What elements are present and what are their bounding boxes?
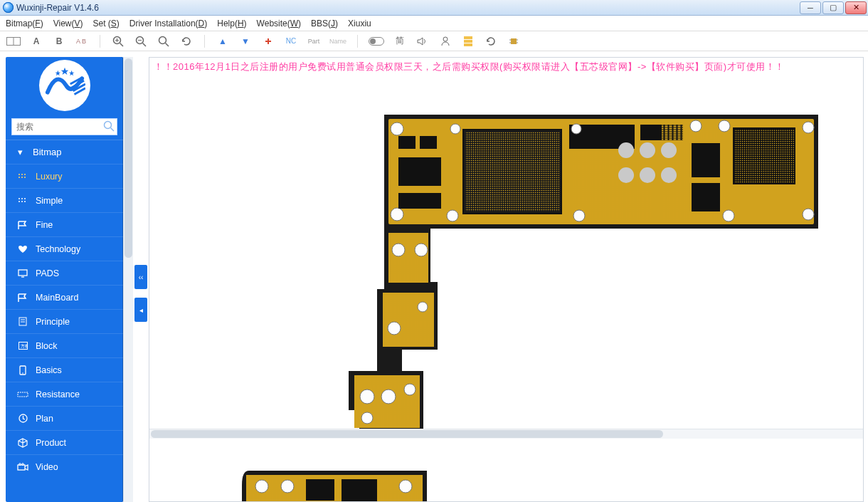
- label-part[interactable]: Part: [306, 33, 322, 49]
- svg-rect-18: [464, 43, 472, 46]
- svg-rect-16: [464, 36, 472, 39]
- toolbar-separator: [357, 35, 358, 48]
- dots-icon: [17, 173, 28, 180]
- sidebar-item-plan[interactable]: Plan: [6, 406, 123, 430]
- svg-rect-56: [18, 465, 25, 470]
- collapse-handle-icon[interactable]: ‹‹: [134, 265, 147, 289]
- canvas-viewport[interactable]: ！！2016年12月1日之后注册的用户免费试用普通会员权限三天，之后需购买权限(…: [149, 57, 864, 502]
- arrow-up-icon[interactable]: ▲: [215, 33, 231, 49]
- sidebar-item-label: Technology: [36, 244, 80, 254]
- sidebar-item-label: Video: [36, 462, 58, 472]
- heart-icon: [17, 245, 28, 253]
- sidebar-item-luxury[interactable]: Luxury: [6, 164, 123, 188]
- zoom-in-icon[interactable]: [110, 33, 126, 49]
- person-icon[interactable]: [438, 33, 453, 49]
- canvas-hscrollbar[interactable]: [149, 429, 863, 439]
- search-icon[interactable]: [103, 120, 115, 135]
- svg-point-14: [370, 38, 376, 44]
- scrollbar-thumb[interactable]: [125, 58, 132, 258]
- sidebar-item-basics[interactable]: Basics: [6, 357, 123, 382]
- menu-driver-installation[interactable]: Driver Installation(D): [129, 19, 207, 28]
- flag-icon: [17, 293, 28, 302]
- sidebar-item-mainboard[interactable]: MainBoard: [6, 285, 123, 309]
- sidebar-item-pads[interactable]: PADS: [6, 261, 123, 285]
- svg-point-9: [159, 36, 166, 43]
- svg-point-96: [447, 210, 458, 221]
- toggle-switch-icon[interactable]: [368, 33, 385, 49]
- zoom-fit-icon[interactable]: [156, 33, 171, 49]
- menu-website[interactable]: Website(W): [257, 19, 301, 28]
- sidebar-item-block[interactable]: 方框Block: [6, 333, 123, 357]
- minimize-button[interactable]: ─: [800, 1, 821, 14]
- menu-xiuxiu[interactable]: Xiuxiu: [348, 19, 371, 28]
- menu-bitmap[interactable]: Bitmap(F): [6, 19, 43, 28]
- maximize-button[interactable]: ▢: [822, 1, 844, 14]
- sidebar-item-principle[interactable]: Principle: [6, 309, 123, 333]
- label-nc[interactable]: NC: [283, 33, 299, 49]
- svg-rect-108: [398, 157, 441, 186]
- sidebar-item-fine[interactable]: Fine: [6, 212, 123, 236]
- panel-tab-icon[interactable]: ◂: [134, 298, 147, 322]
- tool-letters-AB[interactable]: AB: [74, 33, 90, 49]
- sidebar-header-bitmap[interactable]: ▾Bitmap: [6, 140, 123, 164]
- svg-point-98: [392, 244, 405, 256]
- label-name[interactable]: Name: [329, 33, 347, 49]
- menu-bbs[interactable]: BBS(J): [311, 19, 338, 28]
- speaker-icon[interactable]: [415, 33, 430, 49]
- svg-point-89: [571, 124, 581, 134]
- sidebar-item-resistance[interactable]: Resistance: [6, 382, 123, 406]
- refresh-icon[interactable]: [179, 33, 194, 49]
- svg-point-15: [443, 37, 448, 41]
- toolbar-separator: [204, 35, 205, 48]
- block-icon: 方框: [17, 342, 28, 350]
- svg-point-31: [105, 122, 112, 129]
- svg-rect-110: [692, 143, 720, 177]
- svg-point-33: [18, 174, 20, 175]
- sidebar-item-video[interactable]: Video: [6, 454, 123, 479]
- lang-simplified-icon[interactable]: 简: [392, 33, 408, 49]
- svg-rect-109: [398, 193, 441, 209]
- sidebar-scrollbar[interactable]: [123, 57, 133, 502]
- svg-point-90: [690, 120, 702, 132]
- svg-point-39: [18, 198, 20, 199]
- sidebar-item-label: MainBoard: [36, 293, 78, 303]
- sidebar-item-simple[interactable]: Simple: [6, 188, 123, 212]
- reload-icon[interactable]: [483, 33, 499, 49]
- svg-rect-17: [464, 40, 472, 43]
- app-logo-icon: [3, 2, 14, 13]
- tool-letter-A[interactable]: A: [28, 33, 44, 49]
- svg-line-3: [120, 43, 124, 46]
- svg-point-35: [24, 174, 26, 175]
- menu-help[interactable]: Help(H): [217, 19, 246, 28]
- svg-point-94: [723, 210, 734, 221]
- window-titlebar: Wuxinji-Repair V1.4.6 ─ ▢ ✕: [0, 0, 868, 16]
- search-input[interactable]: [11, 118, 117, 135]
- chevron-down-icon: ▾: [14, 147, 26, 157]
- sidebar-item-product[interactable]: Product: [6, 430, 123, 454]
- menu-view[interactable]: View(V): [53, 19, 83, 28]
- menu-set[interactable]: Set (S): [93, 19, 120, 28]
- svg-point-99: [415, 244, 428, 256]
- svg-point-95: [573, 210, 585, 221]
- tool-letter-B[interactable]: B: [51, 33, 67, 49]
- svg-rect-45: [18, 270, 27, 276]
- menu-bar: Bitmap(F)View(V)Set (S)Driver Installati…: [0, 16, 868, 31]
- close-button[interactable]: ✕: [845, 1, 867, 14]
- scrollbar-thumb[interactable]: [151, 430, 663, 438]
- svg-rect-71: [465, 132, 559, 211]
- arrow-down-icon[interactable]: ▼: [238, 33, 253, 49]
- center-align-icon[interactable]: [260, 33, 276, 49]
- svg-point-93: [803, 209, 814, 220]
- doc-icon: [17, 317, 28, 326]
- flag-icon: [17, 221, 28, 229]
- svg-point-88: [450, 124, 460, 134]
- sidebar-item-technology[interactable]: Technology: [6, 236, 123, 261]
- svg-rect-118: [342, 479, 377, 502]
- chip-icon[interactable]: [506, 33, 522, 49]
- svg-point-40: [21, 198, 23, 199]
- tool-rect-split[interactable]: [6, 33, 21, 49]
- zoom-out-icon[interactable]: [133, 33, 149, 49]
- sidebar-item-label: Block: [36, 341, 58, 351]
- color-chip-icon[interactable]: [460, 33, 476, 49]
- brand-logo: [6, 57, 123, 114]
